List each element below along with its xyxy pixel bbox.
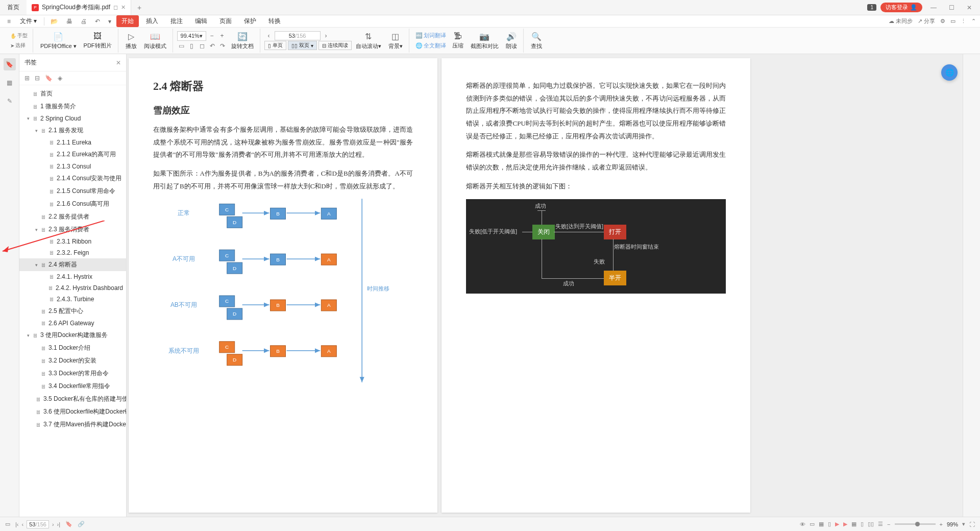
settings-icon[interactable]: ⚙ bbox=[940, 18, 945, 25]
zoom-value[interactable]: 99.41% ▾ bbox=[177, 31, 206, 41]
compare-button[interactable]: 📷截图和对比 bbox=[468, 29, 502, 53]
collapse-ribbon-icon[interactable]: ⌃ bbox=[971, 18, 976, 25]
actual-size-icon[interactable]: ◻ bbox=[198, 41, 207, 51]
bookmark-item[interactable]: 🗏2.3.2. Feign bbox=[19, 247, 126, 258]
home-tab[interactable]: 首页 bbox=[0, 0, 27, 15]
word-translate-button[interactable]: 🔤划词翻译 bbox=[413, 31, 448, 40]
bookmark-item[interactable]: 🗏3.2 Docker的安装 bbox=[19, 354, 126, 367]
find-button[interactable]: 🔍查找 bbox=[528, 29, 545, 53]
save-icon[interactable]: 🖶 bbox=[63, 17, 76, 26]
status-bookmark-icon[interactable]: 🔖 bbox=[65, 521, 72, 527]
rotate-right-icon[interactable]: ↷ bbox=[218, 41, 227, 51]
status-panel-icon[interactable]: ▭ bbox=[5, 521, 10, 527]
full-translate-button[interactable]: 🌐全文翻译 bbox=[413, 41, 448, 51]
status-eye-icon[interactable]: 👁 bbox=[800, 521, 805, 527]
hamburger-icon[interactable]: ≡ bbox=[4, 17, 14, 26]
bookmark-item[interactable]: 🗏首页 bbox=[19, 87, 126, 100]
bookmarks-tab-button[interactable]: 🔖 bbox=[4, 58, 16, 70]
bookmark-item[interactable]: 🗏2.1.2 Eureka的高可用 bbox=[19, 148, 126, 161]
prev-page-icon[interactable]: ‹ bbox=[22, 521, 24, 527]
rotate-left-icon[interactable]: ↶ bbox=[208, 41, 217, 51]
zoom-slider[interactable] bbox=[895, 523, 936, 525]
bookmark-item[interactable]: 🗏2.1.6 Consul高可用 bbox=[19, 198, 126, 210]
bookmark-item[interactable]: ▾🗏2.4 熔断器 bbox=[19, 258, 126, 271]
status-dual-icon[interactable]: ▯▯ bbox=[868, 521, 874, 527]
status-link-icon[interactable]: 🔗 bbox=[78, 521, 85, 527]
bookmark-item[interactable]: ▾🗏2.3 服务消费者 bbox=[19, 223, 126, 236]
bookmark-item[interactable]: 🗏3.5 Docker私有仓库的搭建与使用 bbox=[19, 393, 126, 405]
window-icon[interactable]: ▭ bbox=[950, 18, 955, 25]
tab-protect[interactable]: 保护 bbox=[239, 15, 261, 27]
next-page-button[interactable]: › bbox=[322, 31, 331, 40]
bookmark-item[interactable]: 🗏2.4.3. Turbine bbox=[19, 294, 126, 305]
open-icon[interactable]: 📂 bbox=[47, 17, 61, 26]
add-bookmark-icon[interactable]: 🔖 bbox=[45, 75, 53, 82]
document-tab[interactable]: P SpringCloud参考指南.pdf ◻ ✕ bbox=[27, 0, 131, 15]
status-play-icon[interactable]: ▶ bbox=[835, 521, 839, 527]
pdf-to-image-button[interactable]: 🖼PDF转图片 bbox=[81, 29, 115, 53]
zoom-percent[interactable]: 99% bbox=[947, 521, 958, 527]
zoom-out-button[interactable]: − bbox=[207, 31, 216, 40]
bookmark-item[interactable]: ▾🗏2 Spring Cloud bbox=[19, 113, 126, 124]
hand-tool[interactable]: ✋手型 bbox=[8, 31, 30, 40]
bookmark-item[interactable]: 🗏2.5 配置中心 bbox=[19, 305, 126, 318]
thumbnails-tab-button[interactable]: ▦ bbox=[4, 77, 16, 89]
comments-tab-button[interactable]: ✎ bbox=[4, 95, 16, 107]
status-view1-icon[interactable]: ▭ bbox=[810, 521, 815, 527]
dual-page-button[interactable]: ▯▯双页▾ bbox=[288, 41, 317, 50]
status-grid-icon[interactable]: ▦ bbox=[851, 521, 856, 527]
file-menu[interactable]: 文件 ▾ bbox=[16, 16, 41, 27]
bookmark-item[interactable]: 🗏3.7 使用Maven插件构建Docker镜像 bbox=[19, 418, 126, 431]
zoom-out-status[interactable]: − bbox=[887, 521, 890, 527]
bookmark-item[interactable]: 🗏2.2 服务提供者 bbox=[19, 210, 126, 223]
status-view2-icon[interactable]: ▦ bbox=[819, 521, 824, 527]
minimize-button[interactable]: — bbox=[926, 2, 941, 13]
next-page-icon[interactable]: › bbox=[52, 521, 54, 527]
tab-edit[interactable]: 编辑 bbox=[190, 15, 212, 27]
rotate-doc-button[interactable]: 🔄旋转文档 bbox=[228, 29, 257, 53]
select-tool[interactable]: ➤选择 bbox=[8, 41, 30, 50]
maximize-button[interactable]: ☐ bbox=[945, 2, 959, 13]
fullscreen-icon[interactable]: ⛶ bbox=[969, 521, 975, 527]
status-view3-icon[interactable]: ▯ bbox=[828, 521, 831, 527]
undo-icon[interactable]: ↶ bbox=[92, 17, 103, 26]
fit-page-icon[interactable]: ▯ bbox=[187, 41, 197, 51]
tab-insert[interactable]: 插入 bbox=[141, 15, 163, 27]
bookmark-item[interactable]: 🗏2.1.5 Consul常用命令 bbox=[19, 185, 126, 198]
bookmark-item[interactable]: 🗏3.6 使用Dockerfile构建Docker镜像 bbox=[19, 405, 126, 418]
page-number-input[interactable]: 53/156 bbox=[275, 31, 321, 40]
bookmark-options-icon[interactable]: ◈ bbox=[58, 75, 62, 82]
tab-start[interactable]: 开始 bbox=[116, 15, 139, 27]
pin-icon[interactable]: ◻ bbox=[113, 4, 118, 11]
add-tab-button[interactable]: + bbox=[131, 4, 148, 12]
close-sidebar-button[interactable]: ✕ bbox=[116, 59, 121, 66]
auto-scroll-button[interactable]: ⇅自动滚动▾ bbox=[353, 29, 384, 53]
login-button[interactable]: 访客登录 👤 bbox=[880, 3, 922, 12]
bookmark-item[interactable]: ▾🗏2.1 服务发现 bbox=[19, 124, 126, 137]
float-translate-button[interactable]: 🌐 bbox=[941, 64, 958, 81]
bookmark-item[interactable]: 🗏3.1 Docker介绍 bbox=[19, 342, 126, 354]
bookmark-item[interactable]: 🗏2.1.3 Consul bbox=[19, 161, 126, 172]
play-button[interactable]: ▷播放 bbox=[122, 29, 140, 53]
bookmark-item[interactable]: 🗏3.4 Dockerfile常用指令 bbox=[19, 380, 126, 393]
continuous-button[interactable]: ⊟连续阅读 bbox=[318, 41, 352, 50]
more-icon[interactable]: ⋮ bbox=[961, 18, 966, 25]
status-page-input[interactable]: 53/156 bbox=[27, 520, 49, 528]
bookmark-item[interactable]: 🗏2.3.1 Ribbon bbox=[19, 236, 126, 247]
prev-page-button[interactable]: ‹ bbox=[264, 31, 274, 40]
bookmark-item[interactable]: 🗏2.1.4 Consul安装与使用 bbox=[19, 172, 126, 185]
bookmark-item[interactable]: 🗏2.6 API Gateway bbox=[19, 318, 126, 329]
close-window-button[interactable]: ✕ bbox=[963, 2, 976, 13]
status-cont-icon[interactable]: ☰ bbox=[878, 521, 883, 527]
bookmark-item[interactable]: 🗏1 微服务简介 bbox=[19, 100, 126, 113]
status-play2-icon[interactable]: ▶ bbox=[843, 521, 847, 527]
fit-width-icon[interactable]: ▭ bbox=[177, 41, 186, 51]
sync-button[interactable]: ☁未同步 bbox=[889, 17, 913, 25]
notification-badge[interactable]: 1 bbox=[867, 4, 876, 11]
chevron-down-icon[interactable]: ▾ bbox=[962, 521, 965, 527]
print-icon[interactable]: 🖨 bbox=[78, 17, 90, 26]
read-aloud-button[interactable]: 🔊朗读 bbox=[503, 29, 520, 53]
tab-annotate[interactable]: 批注 bbox=[165, 15, 188, 27]
tab-convert[interactable]: 转换 bbox=[263, 15, 286, 27]
first-page-icon[interactable]: |‹ bbox=[15, 521, 19, 527]
